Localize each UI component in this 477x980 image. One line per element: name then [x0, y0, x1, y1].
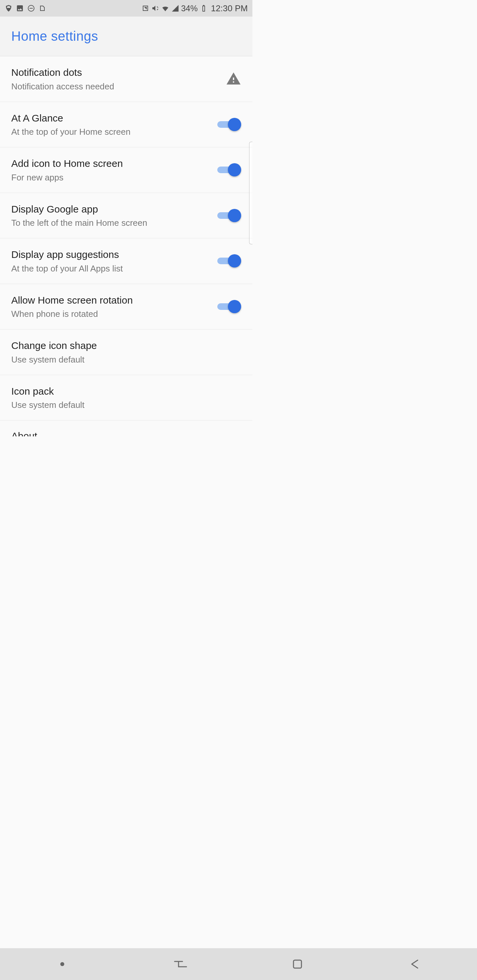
row-at-a-glance[interactable]: At A Glance At the top of your Home scre…	[0, 102, 252, 148]
row-title: Icon pack	[11, 385, 241, 398]
toggle-allow-rotation[interactable]	[217, 300, 241, 313]
row-subtitle: At the top of your Home screen	[11, 127, 211, 137]
row-subtitle: Notification access needed	[11, 81, 219, 92]
row-subtitle: For new apps	[11, 172, 211, 183]
row-display-app-suggestions[interactable]: Display app suggestions At the top of yo…	[0, 239, 252, 284]
status-bar: 34% 12:30 PM	[0, 0, 252, 17]
row-about[interactable]: About	[0, 420, 252, 436]
sim-icon	[38, 4, 46, 12]
row-subtitle: When phone is rotated	[11, 309, 211, 319]
row-title: Allow Home screen rotation	[11, 294, 211, 307]
row-title: About	[11, 430, 241, 436]
row-display-google-app[interactable]: Display Google app To the left of the ma…	[0, 193, 252, 239]
page-title: Home settings	[11, 29, 98, 44]
row-title: At A Glance	[11, 112, 211, 124]
scroll-indicator[interactable]	[249, 142, 252, 244]
row-subtitle: To the left of the main Home screen	[11, 218, 211, 228]
shield-icon	[5, 4, 13, 12]
mute-icon	[152, 4, 160, 12]
row-change-icon-shape[interactable]: Change icon shape Use system default	[0, 329, 252, 375]
settings-list: Notification dots Notification access ne…	[0, 56, 252, 488]
photo-icon	[16, 4, 24, 12]
toggle-app-suggestions[interactable]	[217, 254, 241, 267]
row-title: Notification dots	[11, 66, 219, 79]
row-subtitle: Use system default	[11, 400, 241, 410]
battery-percent: 34%	[181, 4, 198, 13]
warning-icon	[226, 71, 241, 86]
toggle-display-google[interactable]	[217, 209, 241, 222]
nfc-icon	[142, 4, 149, 12]
row-title: Change icon shape	[11, 339, 241, 352]
row-subtitle: At the top of your All Apps list	[11, 264, 211, 274]
toggle-add-icon[interactable]	[217, 163, 241, 177]
status-right: 34% 12:30 PM	[142, 3, 248, 14]
row-icon-pack[interactable]: Icon pack Use system default	[0, 375, 252, 421]
row-title: Add icon to Home screen	[11, 157, 211, 170]
row-title: Display Google app	[11, 203, 211, 216]
signal-icon	[171, 4, 179, 12]
status-clock: 12:30 PM	[211, 3, 248, 14]
toggle-at-a-glance[interactable]	[217, 118, 241, 131]
header: Home settings	[0, 17, 252, 56]
wifi-icon	[161, 4, 169, 12]
battery-icon	[200, 4, 208, 12]
row-subtitle: Use system default	[11, 355, 241, 365]
row-notification-dots[interactable]: Notification dots Notification access ne…	[0, 56, 252, 102]
row-add-icon-home[interactable]: Add icon to Home screen For new apps	[0, 147, 252, 193]
row-title: Display app suggestions	[11, 248, 211, 261]
do-not-disturb-icon	[27, 4, 35, 12]
row-allow-rotation[interactable]: Allow Home screen rotation When phone is…	[0, 284, 252, 330]
status-left	[5, 4, 46, 12]
